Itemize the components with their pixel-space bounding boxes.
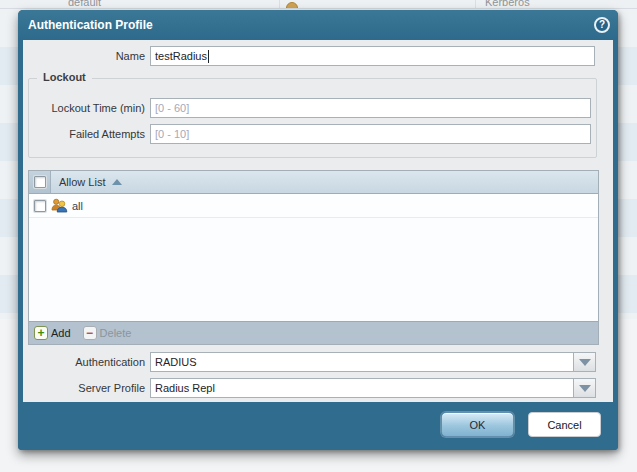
chevron-down-icon	[579, 359, 591, 366]
name-input[interactable]: testRadius	[150, 46, 595, 66]
dialog-footer: OK Cancel	[18, 402, 618, 450]
allow-list-column-header[interactable]: Allow List	[51, 171, 598, 194]
server-profile-select[interactable]: Radius Repl	[150, 378, 574, 398]
delete-button-label: Delete	[100, 327, 132, 339]
cancel-button[interactable]: Cancel	[528, 412, 601, 437]
dialog-titlebar: Authentication Profile ?	[18, 10, 618, 40]
column-divider	[279, 0, 280, 9]
dialog-title: Authentication Profile	[28, 18, 153, 32]
lockout-time-input[interactable]	[150, 98, 591, 118]
allow-list-row-label: all	[72, 200, 83, 212]
dialog-body: Name testRadius Lockout Lockout Time (mi…	[23, 40, 613, 402]
allow-list-header: Allow List	[29, 171, 598, 194]
background-table-row: default Kerberos	[0, 0, 637, 9]
select-all-cell	[29, 171, 51, 194]
server-profile-label: Server Profile	[23, 382, 145, 394]
authentication-select[interactable]: RADIUS	[150, 352, 574, 372]
column-divider	[475, 0, 476, 9]
name-value: testRadius	[155, 50, 207, 62]
add-plus-icon: +	[34, 326, 48, 340]
help-icon[interactable]: ?	[594, 17, 610, 33]
users-group-icon	[51, 198, 68, 213]
ok-button[interactable]: OK	[441, 412, 514, 437]
authentication-value: RADIUS	[155, 356, 197, 368]
allow-list-header-label: Allow List	[59, 176, 105, 188]
chevron-down-icon	[579, 385, 591, 392]
allow-list-toolbar: + Add − Delete	[29, 321, 598, 344]
allow-list-row[interactable]: all	[29, 194, 598, 218]
page-root: default Kerberos Authentication Profile …	[0, 0, 637, 472]
allow-list-table: Allow List all	[28, 170, 599, 345]
authentication-dropdown-trigger[interactable]	[573, 352, 596, 372]
sort-ascending-icon	[112, 179, 122, 185]
select-all-checkbox[interactable]	[34, 176, 46, 188]
authentication-label: Authentication	[23, 356, 145, 368]
authentication-profile-dialog: Authentication Profile ? Name testRadius…	[18, 10, 618, 450]
delete-button[interactable]: − Delete	[83, 326, 132, 340]
lockout-fieldset	[28, 78, 597, 158]
server-profile-dropdown-trigger[interactable]	[573, 378, 596, 398]
row-checkbox-cell	[29, 200, 51, 212]
lockout-legend: Lockout	[37, 71, 92, 83]
lockout-time-label: Lockout Time (min)	[23, 102, 145, 114]
text-caret	[208, 50, 209, 63]
failed-attempts-input[interactable]	[150, 124, 591, 144]
server-profile-value: Radius Repl	[155, 382, 215, 394]
name-label: Name	[23, 50, 145, 62]
background-cell-default: default	[68, 0, 101, 8]
background-cell-kerberos: Kerberos	[485, 0, 530, 8]
row-checkbox[interactable]	[34, 200, 46, 212]
add-button[interactable]: + Add	[34, 326, 71, 340]
add-button-label: Add	[51, 327, 71, 339]
failed-attempts-label: Failed Attempts	[23, 128, 145, 140]
delete-minus-icon: −	[83, 326, 97, 340]
users-icon	[286, 2, 298, 9]
